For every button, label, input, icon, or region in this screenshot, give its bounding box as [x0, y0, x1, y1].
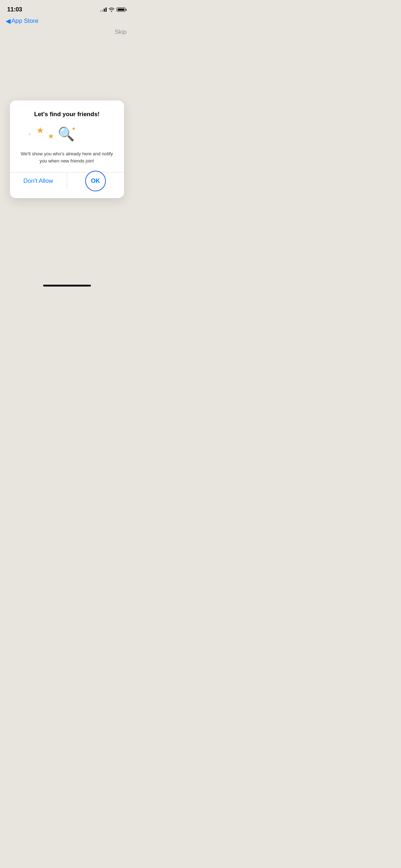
search-icon: 🔍 — [58, 126, 74, 142]
star-medium-icon: ★ — [48, 132, 54, 140]
dialog-card: Let's find your friends! + ★ ★ 🔍 ✦ We'll… — [10, 100, 124, 198]
star-plus-icon: + — [29, 132, 31, 137]
dont-allow-button[interactable]: Don't Allow — [10, 172, 67, 190]
ok-button[interactable]: OK — [67, 172, 124, 190]
dialog-body: We'll show you who's already here and no… — [19, 150, 115, 164]
star-large-icon: ★ — [36, 125, 44, 135]
dialog-actions: Don't Allow OK — [10, 172, 124, 190]
main-content: Let's find your friends! + ★ ★ 🔍 ✦ We'll… — [0, 0, 134, 277]
home-indicator — [43, 285, 91, 286]
dialog-icon-area: + ★ ★ 🔍 ✦ — [19, 124, 115, 144]
dialog-title: Let's find your friends! — [19, 110, 115, 118]
